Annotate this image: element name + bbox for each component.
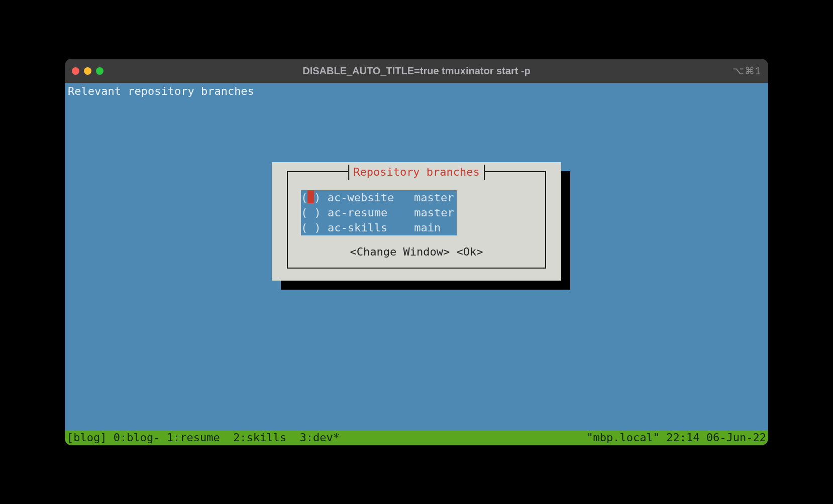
item-spacer [387, 221, 414, 234]
item-spacer [394, 191, 414, 204]
item-pad [441, 221, 454, 234]
dialog-title: Repository branches [348, 165, 485, 180]
radio-open: ( [301, 221, 307, 234]
dialog-frame: Repository branches () ac-website master… [287, 171, 546, 269]
radio-close: ) [315, 221, 321, 234]
radio-list: () ac-website master ( ) ac-resume maste… [301, 190, 532, 235]
item-label [321, 191, 328, 204]
window-shortcut-hint: ⌥⌘1 [733, 65, 761, 77]
item-spacer [387, 206, 414, 219]
item-name: ac-resume [328, 206, 387, 219]
item-name: ac-skills [328, 221, 387, 234]
window-controls [72, 67, 103, 75]
dialog-box: Repository branches () ac-website master… [272, 162, 561, 281]
radio-space [307, 206, 314, 219]
minimize-icon[interactable] [84, 67, 91, 75]
radio-open: ( [301, 191, 307, 204]
dialog: Repository branches () ac-website master… [272, 162, 561, 281]
tmux-statusbar: [blog] 0:blog- 1:resume 2:skills 3:dev* … [65, 430, 768, 445]
item-label [321, 206, 328, 219]
statusbar-right: "mbp.local" 22:14 06-Jun-22 [586, 430, 766, 445]
radio-close: ) [315, 206, 321, 219]
cursor-icon [307, 190, 314, 203]
radio-open: ( [301, 206, 307, 219]
terminal-window: DISABLE_AUTO_TITLE=true tmuxinator start… [65, 59, 768, 445]
list-item[interactable]: ( ) ac-resume master [301, 205, 457, 220]
button-gap [450, 245, 456, 258]
statusbar-left[interactable]: [blog] 0:blog- 1:resume 2:skills 3:dev* [67, 430, 340, 445]
dialog-buttons: <Change Window> <Ok> [301, 244, 532, 260]
terminal-viewport[interactable]: Relevant repository branches Repository … [65, 83, 768, 445]
item-label [321, 221, 328, 234]
item-branch: master [414, 191, 454, 204]
window-titlebar: DISABLE_AUTO_TITLE=true tmuxinator start… [65, 59, 768, 83]
item-name: ac-website [328, 191, 394, 204]
page-title: Relevant repository branches [65, 83, 768, 99]
item-branch: master [414, 206, 454, 219]
radio-space [307, 221, 314, 234]
list-item[interactable]: ( ) ac-skills main [301, 220, 457, 235]
window-title: DISABLE_AUTO_TITLE=true tmuxinator start… [65, 65, 768, 77]
close-icon[interactable] [72, 67, 79, 75]
radio-close: ) [314, 191, 321, 204]
change-window-button[interactable]: <Change Window> [350, 245, 450, 258]
ok-button[interactable]: <Ok> [456, 245, 483, 258]
item-branch: main [414, 221, 441, 234]
zoom-icon[interactable] [96, 67, 103, 75]
list-item[interactable]: () ac-website master [301, 190, 457, 205]
